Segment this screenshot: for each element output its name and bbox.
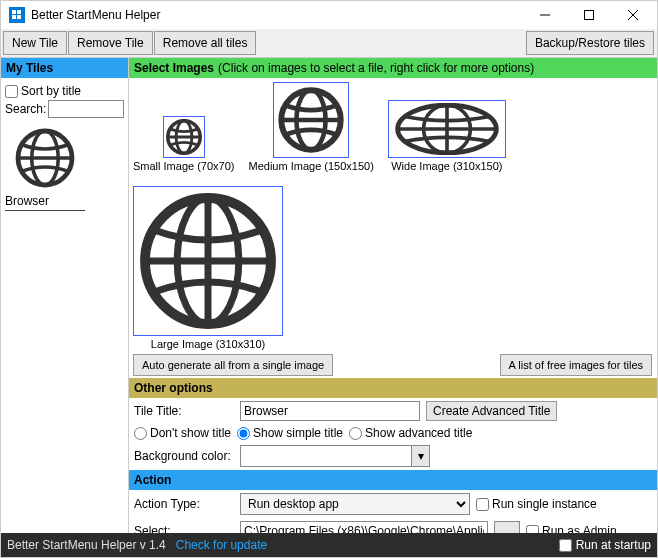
create-advanced-title-button[interactable]: Create Advanced Title: [426, 401, 557, 421]
sort-by-title-checkbox[interactable]: Sort by title: [5, 84, 124, 98]
svg-rect-0: [12, 10, 16, 14]
tile-name: Browser: [5, 192, 85, 211]
statusbar: Better StartMenu Helper v 1.4 Check for …: [1, 533, 657, 557]
action-header: Action: [129, 470, 657, 490]
small-image-slot[interactable]: [163, 116, 205, 158]
other-options-header: Other options: [129, 378, 657, 398]
sidebar: My Tiles Sort by title Search:: [1, 58, 129, 533]
run-at-startup-checkbox[interactable]: Run at startup: [559, 538, 651, 552]
remove-all-button[interactable]: Remove all tiles: [154, 31, 257, 55]
remove-tile-button[interactable]: Remove Tile: [68, 31, 153, 55]
toolbar: New Tile Remove Tile Remove all tiles Ba…: [1, 29, 657, 58]
check-update-link[interactable]: Check for update: [176, 538, 267, 552]
large-image-slot[interactable]: [133, 186, 283, 336]
sort-by-title-input[interactable]: [5, 85, 18, 98]
tile-title-input[interactable]: [240, 401, 420, 421]
action-type-select[interactable]: Run desktop app: [240, 493, 470, 515]
backup-restore-button[interactable]: Backup/Restore tiles: [526, 31, 654, 55]
medium-image-slot[interactable]: [273, 82, 349, 158]
browse-button[interactable]: ...: [494, 521, 520, 533]
svg-rect-5: [585, 11, 594, 20]
version-label: Better StartMenu Helper v 1.4: [7, 538, 166, 552]
select-label: Select:: [134, 524, 234, 533]
minimize-button[interactable]: [523, 1, 567, 29]
chevron-down-icon[interactable]: ▾: [411, 446, 429, 466]
titlebar: Better StartMenu Helper: [1, 1, 657, 29]
select-images-header: Select Images (Click on images to select…: [129, 58, 657, 78]
svg-rect-2: [12, 15, 16, 19]
close-button[interactable]: [611, 1, 655, 29]
wide-image-slot[interactable]: [388, 100, 506, 158]
window-title: Better StartMenu Helper: [31, 8, 523, 22]
svg-rect-3: [17, 15, 21, 19]
dont-show-title-radio[interactable]: Don't show title: [134, 426, 231, 440]
action-type-label: Action Type:: [134, 497, 234, 511]
run-single-instance-checkbox[interactable]: Run single instance: [476, 497, 597, 511]
bgcolor-picker[interactable]: ▾: [240, 445, 430, 467]
globe-icon: [15, 128, 75, 188]
free-images-button[interactable]: A list of free images for tiles: [500, 354, 653, 376]
app-icon: [9, 7, 25, 23]
new-tile-button[interactable]: New Tile: [3, 31, 67, 55]
maximize-button[interactable]: [567, 1, 611, 29]
auto-generate-button[interactable]: Auto generate all from a single image: [133, 354, 333, 376]
svg-rect-1: [17, 10, 21, 14]
search-label: Search:: [5, 102, 46, 116]
tile-list: Browser: [1, 124, 128, 215]
show-advanced-title-radio[interactable]: Show advanced title: [349, 426, 472, 440]
tile-title-label: Tile Title:: [134, 404, 234, 418]
select-path-input[interactable]: [240, 521, 488, 533]
image-slots: Small Image (70x70) Medium Image (150x15…: [129, 78, 657, 354]
bgcolor-label: Background color:: [134, 449, 234, 463]
my-tiles-header: My Tiles: [1, 58, 128, 78]
show-simple-title-radio[interactable]: Show simple title: [237, 426, 343, 440]
search-input[interactable]: [48, 100, 124, 118]
tile-item[interactable]: Browser: [5, 128, 85, 211]
run-as-admin-checkbox[interactable]: Run as Admin: [526, 524, 617, 533]
